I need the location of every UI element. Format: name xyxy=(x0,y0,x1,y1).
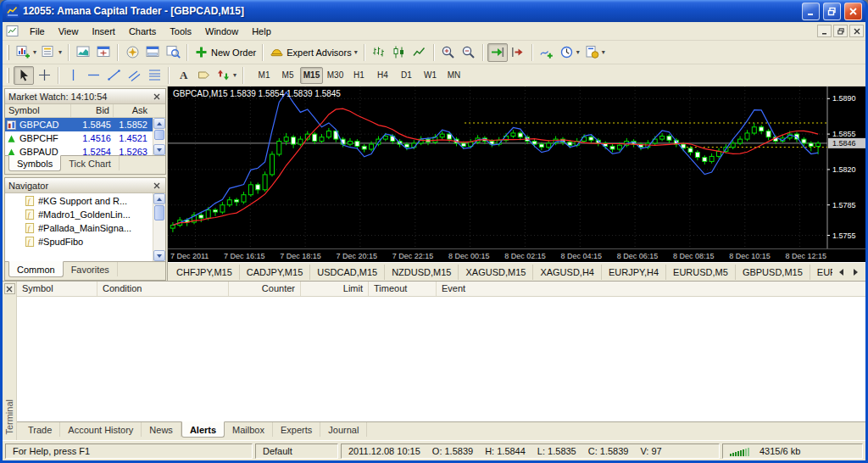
terminal-column-event[interactable]: Event xyxy=(437,282,865,296)
chart-tab-eurjpy-h4[interactable]: EURJPY,H4 xyxy=(602,265,666,280)
chart-tab-usdcad-m15[interactable]: USDCAD,M15 xyxy=(310,265,385,280)
market-watch-row-gbpcad[interactable]: GBPCAD1.58451.5852 xyxy=(5,118,153,131)
market-watch-scrollbar[interactable] xyxy=(153,118,165,155)
menu-item-tools[interactable]: Tools xyxy=(163,24,198,39)
navigator-close-button[interactable] xyxy=(151,180,162,191)
strategy-tester-button[interactable] xyxy=(163,43,183,62)
terminal-button[interactable] xyxy=(142,43,163,62)
navigator-titlebar[interactable]: Navigator xyxy=(5,178,165,193)
hline-button[interactable] xyxy=(83,66,103,85)
chart-tab-nzdusd-m15[interactable]: NZDUSD,M15 xyxy=(385,265,459,280)
market-watch-row-gbpchf[interactable]: GBPCHF1.45161.4521 xyxy=(5,131,153,145)
terminal-column-condition[interactable]: Condition xyxy=(97,282,229,296)
timeframe-d1-button[interactable]: D1 xyxy=(395,67,418,84)
profiles-button[interactable]: ▾ xyxy=(39,43,64,62)
child-minimize-button[interactable] xyxy=(817,25,832,37)
tab-favorites[interactable]: Favorites xyxy=(64,262,118,276)
menu-item-file[interactable]: File xyxy=(23,24,52,39)
column-header-bid[interactable]: Bid xyxy=(71,104,114,117)
timeframe-h4-button[interactable]: H4 xyxy=(371,67,394,84)
crosshair-button[interactable] xyxy=(34,66,54,85)
timeframe-w1-button[interactable]: W1 xyxy=(419,67,442,84)
expert-advisors-button[interactable]: Expert Advisors▾ xyxy=(267,43,359,62)
child-restore-button[interactable] xyxy=(833,25,848,37)
channel-button[interactable] xyxy=(124,66,144,85)
chart-tab-chfjpy-m15[interactable]: CHFJPY,M15 xyxy=(170,265,240,280)
timeframe-mn-button[interactable]: MN xyxy=(442,67,465,84)
scroll-down-button[interactable] xyxy=(153,250,165,261)
time-axis[interactable]: 7 Dec 20117 Dec 16:157 Dec 18:157 Dec 20… xyxy=(168,248,865,262)
new-chart-button[interactable]: ▾ xyxy=(14,43,39,62)
trendline-button[interactable] xyxy=(103,66,124,85)
chart-line-button[interactable] xyxy=(409,43,430,62)
tab-experts[interactable]: Experts xyxy=(273,422,320,437)
scroll-up-button[interactable] xyxy=(153,193,165,204)
price-chart[interactable]: 1.58901.58551.58201.57851.57551.5846GBPC… xyxy=(168,86,866,248)
status-profile[interactable]: Default xyxy=(255,443,338,459)
timeframe-m5-button[interactable]: M5 xyxy=(276,67,299,84)
tab-mailbox[interactable]: Mailbox xyxy=(225,422,273,437)
column-header-symbol[interactable]: Symbol xyxy=(5,104,71,117)
navigator-item-kg-support-and-r[interactable]: f#KG Support and R... xyxy=(5,194,153,208)
chart-area[interactable]: 1.58901.58551.58201.57851.57551.5846GBPC… xyxy=(168,86,865,248)
navigator-scrollbar[interactable] xyxy=(153,193,165,261)
menu-item-window[interactable]: Window xyxy=(198,24,245,39)
data-window-button[interactable] xyxy=(93,43,114,62)
zoom-in-button[interactable] xyxy=(438,43,459,62)
toolbar-grip2[interactable] xyxy=(7,68,9,83)
minimize-button[interactable] xyxy=(802,3,820,20)
templates-button[interactable]: ▾ xyxy=(582,43,608,62)
menu-item-insert[interactable]: Insert xyxy=(85,24,122,39)
terminal-column-limit[interactable]: Limit xyxy=(301,282,369,296)
terminal-body[interactable] xyxy=(17,297,865,421)
terminal-close-button[interactable] xyxy=(4,283,15,294)
chart-tabs-scroll-left-button[interactable] xyxy=(835,266,847,278)
tab-alerts[interactable]: Alerts xyxy=(181,421,225,438)
terminal-column-symbol[interactable]: Symbol xyxy=(17,282,97,296)
timeframe-m15-button[interactable]: M15 xyxy=(300,67,323,84)
label-button[interactable] xyxy=(193,66,214,85)
market-watch-button[interactable] xyxy=(73,43,93,62)
tab-trade[interactable]: Trade xyxy=(20,422,60,437)
tab-symbols[interactable]: Symbols xyxy=(8,155,61,171)
chart-tab-eurusd-m5[interactable]: EURUSD,M5 xyxy=(666,265,736,280)
chart-tabs-scroll-right-button[interactable] xyxy=(849,266,861,278)
menu-item-view[interactable]: View xyxy=(52,24,86,39)
scrollbar-thumb[interactable] xyxy=(154,130,164,140)
timeframe-h1-button[interactable]: H1 xyxy=(348,67,370,84)
timeframe-m1-button[interactable]: M1 xyxy=(253,67,275,84)
indicators-button[interactable] xyxy=(537,43,557,62)
chart-tab-gbpusd-m15[interactable]: GBPUSD,M15 xyxy=(736,265,810,280)
chart-candles-button[interactable] xyxy=(389,43,409,62)
cursor-button[interactable] xyxy=(14,66,34,85)
chart-bars-button[interactable] xyxy=(369,43,389,62)
scroll-up-button[interactable] xyxy=(153,118,165,129)
auto-scroll-button[interactable] xyxy=(487,43,508,62)
column-header-ask[interactable]: Ask xyxy=(114,104,151,117)
chart-tab-cadjpy-m15[interactable]: CADJPY,M15 xyxy=(240,265,310,280)
chart-tab-eurc[interactable]: EURC xyxy=(810,265,832,280)
navigator-item-pallada-mainsigna[interactable]: f#Pallada_MainSigna... xyxy=(5,221,153,235)
navigator-button[interactable] xyxy=(122,43,142,62)
text-button[interactable]: A xyxy=(173,66,193,85)
fibonacci-button[interactable] xyxy=(144,66,164,85)
tab-common[interactable]: Common xyxy=(8,261,64,277)
shapes-button[interactable]: ▾ xyxy=(214,66,239,85)
tab-tick-chart[interactable]: Tick Chart xyxy=(61,156,120,170)
terminal-column-counter[interactable]: Counter xyxy=(229,282,301,296)
navigator-item-spudfibo[interactable]: f#SpudFibo xyxy=(5,235,153,248)
market-watch-close-button[interactable] xyxy=(151,91,162,102)
zoom-out-button[interactable] xyxy=(459,43,479,62)
market-watch-row-gbpaud[interactable]: GBPAUD1.52541.5263 xyxy=(5,145,153,155)
chart-shift-button[interactable] xyxy=(508,43,528,62)
scrollbar-thumb[interactable] xyxy=(154,205,164,220)
timeframe-m30-button[interactable]: M30 xyxy=(324,67,347,84)
close-button[interactable] xyxy=(844,3,862,20)
title-bar[interactable]: 12055: Amana Capital Trader - [GBPCAD,M1… xyxy=(3,0,865,22)
vline-button[interactable] xyxy=(63,66,83,85)
menu-item-charts[interactable]: Charts xyxy=(122,24,163,39)
new-order-button[interactable]: New Order xyxy=(192,43,259,62)
child-close-button[interactable] xyxy=(849,25,864,37)
tab-news[interactable]: News xyxy=(142,422,181,437)
restore-button[interactable] xyxy=(823,3,841,20)
